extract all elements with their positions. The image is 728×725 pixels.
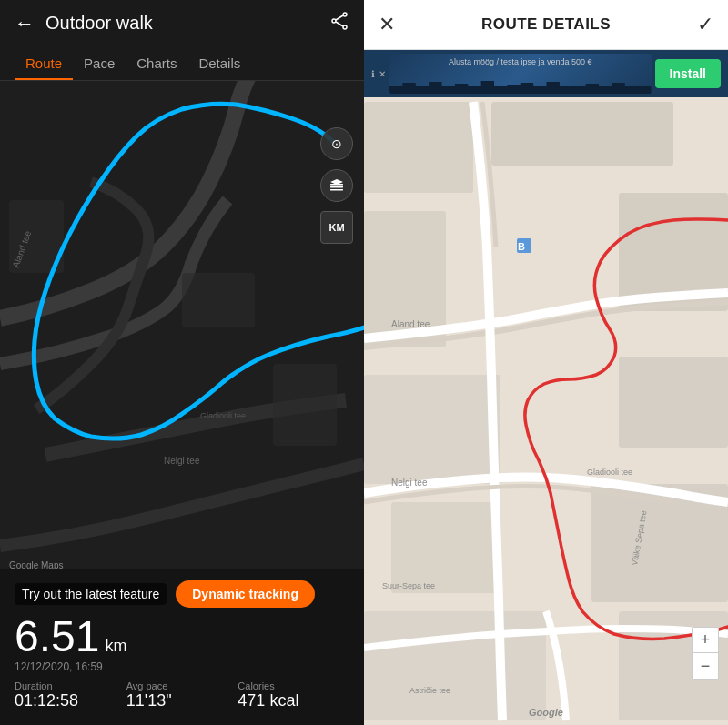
left-tabs: Route Pace Charts Details (0, 46, 364, 81)
workout-title: Outdoor walk (46, 13, 329, 34)
zoom-in-button[interactable]: + (693, 628, 718, 653)
share-button[interactable] (329, 11, 349, 35)
route-details-header: ✕ ROUTE DETAILS ✓ (364, 0, 728, 50)
stat-duration: Duration 01:12:58 (15, 680, 126, 710)
gps-button[interactable]: ⊙ (320, 127, 353, 160)
map-controls: ⊙ KM (320, 127, 353, 244)
feature-banner: Try out the latest feature Dynamic track… (15, 580, 349, 608)
svg-rect-8 (330, 186, 343, 188)
tab-pace[interactable]: Pace (73, 46, 126, 80)
calories-value: 471 kcal (238, 691, 349, 710)
ad-banner: ℹ ✕ Alusta möög / testa ipse ja venda 50… (364, 50, 728, 97)
svg-text:Gladiooli tee: Gladiooli tee (200, 411, 246, 420)
ad-city-silhouette (389, 76, 652, 94)
ad-left: ℹ ✕ (371, 69, 386, 79)
tab-charts[interactable]: Charts (126, 46, 187, 80)
right-panel: ✕ ROUTE DETAILS ✓ ℹ ✕ Alusta möög / test… (364, 0, 728, 725)
confirm-button[interactable]: ✓ (686, 13, 713, 36)
zoom-controls: + − (692, 627, 719, 680)
svg-point-11 (343, 13, 347, 16)
tab-route[interactable]: Route (15, 46, 73, 80)
ad-image: Alusta möög / testa ipse ja venda 500 € (389, 54, 652, 94)
left-header: ← Outdoor walk (0, 0, 364, 46)
svg-point-12 (343, 25, 347, 29)
svg-rect-2 (182, 273, 255, 327)
svg-text:Nelgi tee: Nelgi tee (164, 456, 200, 466)
pace-value: 11'13" (126, 691, 238, 710)
feature-text: Try out the latest feature (15, 583, 167, 605)
duration-value: 01:12:58 (15, 691, 126, 710)
pace-label: Avg pace (126, 680, 238, 691)
layers-button[interactable] (320, 169, 353, 202)
route-map[interactable]: Aland tee Nelgi tee Gladiooli tee Suur-S… (364, 97, 728, 725)
distance-value: 6.51 (15, 615, 99, 659)
distance-unit: km (105, 637, 126, 656)
back-button[interactable]: ← (15, 12, 35, 35)
tab-details[interactable]: Details (187, 46, 251, 80)
svg-text:B: B (518, 241, 525, 252)
install-button[interactable]: Install (655, 59, 721, 88)
ad-info-icon[interactable]: ℹ (371, 69, 375, 79)
svg-rect-9 (330, 189, 343, 191)
svg-rect-17 (491, 102, 673, 166)
svg-text:Nelgi tee: Nelgi tee (391, 478, 428, 488)
svg-rect-16 (364, 102, 473, 193)
svg-rect-21 (619, 357, 728, 448)
workout-date: 12/12/2020, 16:59 (15, 660, 349, 673)
route-details-title: ROUTE DETAILS (481, 15, 611, 34)
stats-row: Duration 01:12:58 Avg pace 11'13" Calori… (15, 680, 349, 710)
svg-rect-3 (273, 364, 337, 446)
zoom-out-button[interactable]: − (693, 653, 718, 679)
svg-rect-24 (364, 611, 546, 720)
duration-label: Duration (15, 680, 126, 691)
google-label: Google (529, 707, 563, 718)
distance-row: 6.51 km (15, 615, 349, 659)
route-details-map-svg: Aland tee Nelgi tee Gladiooli tee Suur-S… (364, 97, 728, 725)
svg-line-14 (336, 22, 343, 26)
svg-text:Astriõie tee: Astriõie tee (410, 686, 450, 695)
ad-text: Alusta möög / testa ipse ja venda 500 € (449, 57, 592, 66)
dynamic-tracking-button[interactable]: Dynamic tracking (176, 580, 315, 608)
ad-close-icon[interactable]: ✕ (379, 69, 386, 79)
stat-pace: Avg pace 11'13" (126, 680, 238, 710)
svg-text:Aland tee: Aland tee (391, 319, 430, 329)
left-panel: Aland tee Nelgi tee Gladiooli tee ⊙ KM G… (0, 0, 364, 725)
close-button[interactable]: ✕ (379, 13, 406, 36)
svg-rect-20 (364, 375, 500, 484)
unit-button[interactable]: KM (320, 211, 353, 244)
svg-line-13 (336, 15, 343, 20)
svg-point-10 (332, 19, 336, 23)
stat-calories: Calories 471 kcal (238, 680, 349, 710)
svg-rect-22 (391, 502, 500, 593)
svg-text:Suur-Sepa tee: Suur-Sepa tee (382, 581, 435, 590)
calories-label: Calories (238, 680, 349, 691)
svg-text:Gladiooli tee: Gladiooli tee (587, 468, 632, 477)
workout-stats: Try out the latest feature Dynamic track… (0, 569, 364, 725)
